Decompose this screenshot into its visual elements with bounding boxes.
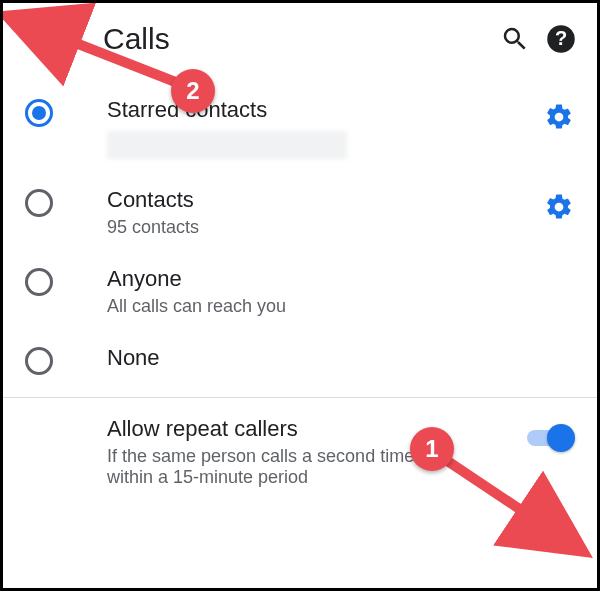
annotation-badge-2: 2: [171, 69, 215, 113]
option-anyone[interactable]: Anyone All calls can reach you: [3, 252, 597, 331]
app-header: Calls ?: [3, 3, 597, 65]
option-subtitle: 95 contacts: [107, 217, 543, 238]
settings-starred-contacts[interactable]: [543, 101, 575, 133]
annotation-badge-label: 1: [425, 435, 438, 463]
gear-icon: [544, 102, 574, 132]
option-subtitle: All calls can reach you: [107, 296, 575, 317]
page-title: Calls: [57, 22, 497, 56]
settings-contacts[interactable]: [543, 191, 575, 223]
allow-repeat-callers-row: Allow repeat callers If the same person …: [3, 398, 597, 502]
annotation-badge-label: 2: [186, 77, 199, 105]
svg-text:?: ?: [555, 27, 567, 49]
arrow-back-icon: [24, 24, 54, 54]
option-starred-contacts[interactable]: Starred contacts: [3, 83, 597, 173]
option-body: Contacts 95 contacts: [53, 187, 543, 238]
option-body: None: [53, 345, 575, 371]
option-body: Anyone All calls can reach you: [53, 266, 575, 317]
option-body: Starred contacts: [53, 97, 543, 159]
allow-repeat-callers-toggle[interactable]: [527, 424, 575, 452]
gear-icon: [544, 192, 574, 222]
option-title: None: [107, 345, 575, 371]
option-subtitle-redacted: [107, 131, 347, 159]
back-button[interactable]: [21, 21, 57, 57]
toggle-knob: [547, 424, 575, 452]
annotation-badge-1: 1: [410, 427, 454, 471]
radio-anyone[interactable]: [25, 268, 53, 296]
radio-none[interactable]: [25, 347, 53, 375]
radio-contacts[interactable]: [25, 189, 53, 217]
option-title: Anyone: [107, 266, 575, 292]
search-button[interactable]: [497, 21, 533, 57]
help-icon: ?: [546, 24, 576, 54]
option-title: Contacts: [107, 187, 543, 213]
option-contacts[interactable]: Contacts 95 contacts: [3, 173, 597, 252]
search-icon: [500, 24, 530, 54]
repeat-title: Allow repeat callers: [107, 416, 527, 442]
repeat-subtitle: If the same person calls a second time w…: [107, 446, 447, 488]
help-button[interactable]: ?: [543, 21, 579, 57]
radio-starred-contacts[interactable]: [25, 99, 53, 127]
option-none[interactable]: None: [3, 331, 597, 389]
call-allow-list: Starred contacts Contacts 95 contacts An…: [3, 65, 597, 389]
